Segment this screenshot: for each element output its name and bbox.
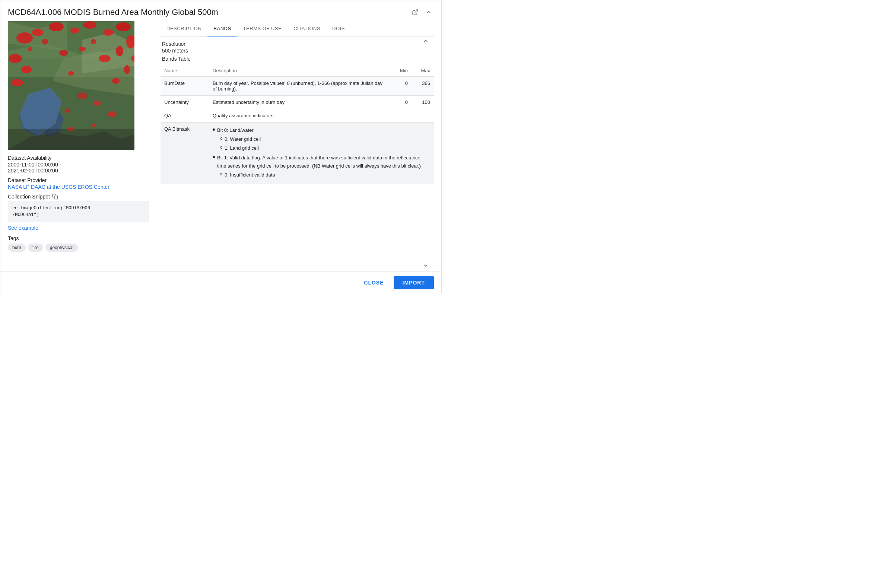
resolution-label: Resolution (162, 41, 432, 47)
dataset-image (8, 21, 135, 150)
tag-fire: fire (28, 243, 43, 252)
tab-content-bands[interactable]: Resolution 500 meters Bands Table Name D… (160, 36, 434, 271)
cell-name-burndate: BurnDate (160, 77, 209, 96)
cell-min-burndate: 0 (389, 77, 412, 96)
svg-point-25 (112, 78, 120, 84)
modal-header: MCD64A1.006 MODIS Burned Area Monthly Gl… (0, 0, 441, 21)
tag-burn: burn (8, 243, 26, 252)
svg-point-28 (28, 47, 32, 51)
bitmask-list: Bit 0: Land/water 0: Water grid cell (213, 126, 430, 180)
availability-label: Dataset Availability (8, 155, 149, 161)
svg-point-23 (124, 65, 130, 74)
cell-desc-bitmask: Bit 0: Land/water 0: Water grid cell (209, 123, 434, 184)
cell-max-qa (412, 109, 434, 123)
svg-point-17 (116, 46, 123, 56)
svg-point-18 (99, 55, 111, 62)
see-example-link[interactable]: See example (8, 225, 38, 231)
svg-point-14 (103, 29, 114, 36)
svg-point-19 (9, 54, 22, 63)
copy-icon[interactable] (52, 194, 58, 200)
svg-point-26 (68, 71, 74, 76)
sub-item-text: 1: Land grid cell (225, 144, 259, 152)
svg-point-38 (68, 127, 75, 132)
sub-dot (220, 173, 222, 176)
svg-point-21 (59, 50, 68, 56)
external-link-button[interactable] (410, 7, 420, 18)
tags-container: burn fire geophysical (8, 243, 149, 252)
modal-title: MCD64A1.006 MODIS Burned Area Monthly Gl… (8, 8, 218, 17)
bitmask-item-text: Bit 1: Valid data flag. A value of 1 ind… (217, 154, 430, 170)
table-row: Uncertainty Estimated uncertainty in bur… (160, 96, 434, 109)
resolution-section: Resolution 500 meters Bands Table (160, 41, 434, 62)
cell-desc-uncertainty: Estimated uncertainty in burn day (209, 96, 389, 109)
cell-desc-burndate: Burn day of year. Possible values: 0 (un… (209, 77, 389, 96)
tab-terms[interactable]: TERMS OF USE (237, 21, 288, 36)
bitmask-item: Bit 0: Land/water 0: Water grid cell (213, 126, 430, 152)
tags-label: Tags (8, 236, 149, 241)
provider-label: Dataset Provider (8, 177, 149, 183)
svg-point-9 (16, 32, 33, 44)
tab-bands[interactable]: BANDS (207, 21, 237, 36)
col-name: Name (160, 65, 209, 77)
resolution-value: 500 meters (162, 48, 432, 54)
svg-point-22 (79, 47, 86, 51)
table-row: QA Quality assurance indicators (160, 109, 434, 123)
svg-line-0 (415, 10, 418, 13)
svg-point-34 (77, 92, 87, 99)
modal-footer: CLOSE IMPORT (0, 271, 441, 294)
cell-min-uncertainty: 0 (389, 96, 412, 109)
svg-point-29 (91, 39, 96, 44)
svg-point-37 (108, 111, 117, 117)
bands-table: Name Description Min Max BurnDate Burn d… (160, 65, 434, 184)
sub-dot (220, 137, 222, 140)
cell-max-burndate: 366 (412, 77, 434, 96)
right-panel: DESCRIPTION BANDS TERMS OF USE CITATIONS… (160, 21, 434, 271)
cell-min-qa (389, 109, 412, 123)
tag-geophysical: geophysical (45, 243, 78, 252)
cell-desc-qa: Quality assurance indicators (209, 109, 389, 123)
scroll-down-arrow (423, 262, 429, 270)
scroll-up-arrow (423, 38, 429, 45)
table-row: BurnDate Burn day of year. Possible valu… (160, 77, 434, 96)
svg-point-12 (70, 27, 79, 33)
table-row: QA Bitmask Bit 0: Land/water (160, 123, 434, 184)
cell-name-qa: QA (160, 109, 209, 123)
header-icons (410, 7, 434, 18)
svg-point-20 (21, 66, 31, 74)
sub-item-text: 0: Water grid cell (225, 135, 261, 143)
tabs-container: DESCRIPTION BANDS TERMS OF USE CITATIONS… (160, 21, 434, 36)
import-button[interactable]: IMPORT (394, 276, 434, 290)
code-snippet: ee.ImageCollection("MODIS/006/MCD64A1") (8, 201, 149, 222)
svg-point-24 (11, 79, 23, 86)
close-button[interactable]: CLOSE (358, 277, 390, 289)
sub-item-text: 0: Insufficient valid data (225, 171, 275, 179)
col-min: Min (389, 65, 412, 77)
date-range: 2000-11-01T00:00:00 -2021-02-01T00:00:00 (8, 162, 149, 174)
svg-point-10 (32, 28, 43, 36)
cell-name-bitmask: QA Bitmask (160, 123, 209, 184)
svg-point-27 (42, 39, 48, 45)
svg-point-15 (116, 22, 131, 31)
bands-table-label: Bands Table (162, 56, 432, 62)
snippet-label: Collection Snippet (8, 194, 149, 200)
modal-body: Dataset Availability 2000-11-01T00:00:00… (0, 21, 441, 271)
tab-dois[interactable]: DOIS (326, 21, 351, 36)
tab-citations[interactable]: CITATIONS (288, 21, 326, 36)
left-panel: Dataset Availability 2000-11-01T00:00:00… (8, 21, 153, 271)
dataset-info: Dataset Availability 2000-11-01T00:00:00… (8, 155, 149, 252)
bullet-dot (213, 129, 215, 131)
cell-name-uncertainty: Uncertainty (160, 96, 209, 109)
col-description: Description (209, 65, 389, 77)
table-header-row: Name Description Min Max (160, 65, 434, 77)
svg-rect-40 (54, 196, 58, 199)
tab-description[interactable]: DESCRIPTION (160, 21, 207, 36)
svg-point-39 (91, 124, 96, 128)
provider-link[interactable]: NASA LP DAAC at the USGS EROS Center (8, 184, 109, 190)
scroll-up-button[interactable] (423, 7, 434, 18)
bitmask-item: Bit 1: Valid data flag. A value of 1 ind… (213, 154, 430, 179)
sub-dot (220, 146, 222, 148)
svg-point-35 (93, 100, 101, 106)
svg-point-13 (83, 21, 96, 28)
dataset-modal: MCD64A1.006 MODIS Burned Area Monthly Gl… (0, 0, 442, 294)
bullet-dot (213, 156, 215, 158)
